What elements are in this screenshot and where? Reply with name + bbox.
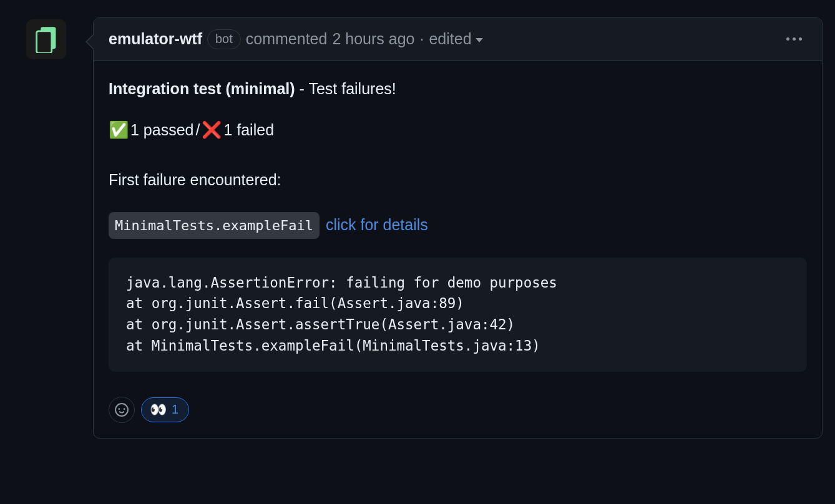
first-failure-label: First failure encountered: [109,168,807,192]
details-link[interactable]: click for details [326,213,428,237]
comment-timestamp[interactable]: 2 hours ago [332,27,414,51]
failed-test-line: MinimalTests.exampleFail click for detai… [109,212,807,239]
test-results-summary: ✅ 1 passed / ❌ 1 failed [109,118,807,142]
author-link[interactable]: emulator-wtf [109,27,202,51]
reaction-count: 1 [172,402,178,417]
comment-body: Integration test (minimal) - Test failur… [94,61,822,438]
cross-mark-icon: ❌ [202,118,222,142]
results-separator: / [195,119,200,142]
comment-arrow [66,17,93,55]
separator-dot: · [419,27,424,51]
kebab-menu-button[interactable] [781,32,807,46]
add-reaction-button[interactable] [109,397,135,423]
reactions-bar: 👀 1 [109,397,807,423]
eyes-icon: 👀 [150,402,167,418]
comment-container: emulator-wtf bot commented 2 hours ago ·… [93,17,823,439]
svg-rect-1 [37,31,52,53]
comment-header-meta: emulator-wtf bot commented 2 hours ago ·… [109,27,483,51]
edited-dropdown[interactable]: edited [429,27,482,51]
check-mark-icon: ✅ [109,118,129,142]
passed-count: 1 passed [130,119,193,142]
caret-down-icon [476,38,483,42]
bot-badge: bot [207,29,241,49]
avatar[interactable] [26,19,66,59]
stacktrace-block: java.lang.AssertionError: failing for de… [109,258,807,372]
comment-action: commented [246,27,328,51]
test-title: Integration test (minimal) - Test failur… [109,77,807,101]
reaction-eyes[interactable]: 👀 1 [141,397,189,422]
smiley-icon [115,403,129,417]
failed-count: 1 failed [223,119,274,142]
comment-thread: emulator-wtf bot commented 2 hours ago ·… [26,17,823,439]
comment-header: emulator-wtf bot commented 2 hours ago ·… [94,18,822,61]
emulator-logo-icon [32,26,60,53]
test-title-status: - Test failures! [295,80,396,97]
test-name-code: MinimalTests.exampleFail [109,212,320,239]
test-title-name: Integration test (minimal) [109,80,295,97]
